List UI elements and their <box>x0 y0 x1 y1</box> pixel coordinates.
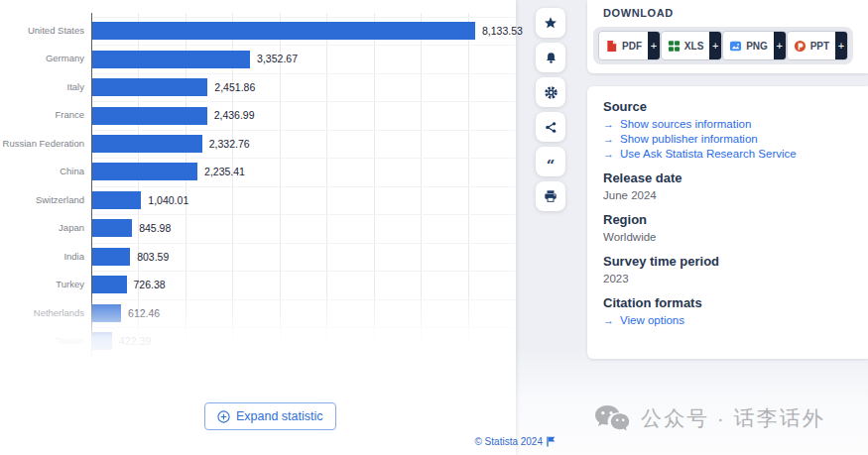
section-link[interactable]: →Use Ask Statista Research Service <box>603 148 852 160</box>
section-link[interactable]: →View options <box>603 314 852 326</box>
bar[interactable] <box>92 191 141 209</box>
ppt-file-icon <box>794 40 806 53</box>
category-label: China <box>0 158 84 185</box>
xls-file-icon <box>668 40 681 53</box>
download-buttons: PDF+XLS+PNG+PPT+ <box>593 27 853 64</box>
value-label: 845.98 <box>139 214 171 242</box>
category-label: India <box>0 243 84 271</box>
chart-row: Russian Federation2,332.76 <box>0 130 516 158</box>
copyright[interactable]: © Statista 2024 <box>395 436 556 447</box>
bar[interactable] <box>92 219 132 237</box>
section-value: Worldwide <box>603 231 852 243</box>
value-label: 3,352.67 <box>257 45 298 72</box>
bar[interactable] <box>92 248 130 266</box>
chart-row: Germany3,352.67 <box>0 45 516 72</box>
chart-row: India803.59 <box>0 243 516 271</box>
category-label: Russian Federation <box>0 130 84 158</box>
chart-fade-mask <box>0 293 516 367</box>
category-label: Japan <box>0 214 84 242</box>
bar[interactable] <box>92 135 202 153</box>
bar[interactable] <box>92 78 207 96</box>
download-card: DOWNLOAD PDF+XLS+PNG+PPT+ <box>587 0 868 73</box>
gear-icon <box>544 85 558 100</box>
download-png-plus-button[interactable]: + <box>774 32 786 59</box>
section-link-label[interactable]: View options <box>620 314 684 326</box>
download-button-main[interactable]: PPT <box>788 32 835 59</box>
bar[interactable] <box>92 22 475 40</box>
pdf-file-icon <box>605 40 618 53</box>
value-label: 1,040.01 <box>148 186 188 214</box>
category-label: France <box>0 101 84 129</box>
category-label: Switzerland <box>0 186 84 214</box>
print-button[interactable] <box>536 181 565 211</box>
download-ppt-plus-button[interactable]: + <box>835 32 847 59</box>
arrow-right-icon: → <box>603 118 614 130</box>
section-heading: Citation formats <box>603 295 852 310</box>
download-button-label: XLS <box>684 41 703 52</box>
value-label: 2,235.41 <box>204 158 245 185</box>
watermark: 公众号 · 话李话外 <box>593 403 825 433</box>
bar[interactable] <box>92 163 197 180</box>
chart-toolbar: “ <box>536 8 565 211</box>
download-button-label: PPT <box>810 41 829 52</box>
chart-row: China2,235.41 <box>0 158 516 185</box>
expand-statistic-label: Expand statistic <box>236 409 323 423</box>
section-link[interactable]: →Show publisher information <box>603 133 852 145</box>
share-button[interactable] <box>536 112 565 142</box>
section-heading: Release date <box>603 171 852 185</box>
alert-button[interactable] <box>536 43 565 72</box>
section-heading: Region <box>603 212 852 227</box>
value-label: 2,451.86 <box>214 73 255 101</box>
section-heading: Source <box>603 99 852 114</box>
arrow-right-icon: → <box>603 148 614 160</box>
value-label: 8,133.53 <box>482 17 523 45</box>
category-label: Italy <box>0 73 84 101</box>
section-link-label[interactable]: Show publisher information <box>620 133 758 145</box>
share-icon <box>545 121 558 134</box>
section-heading: Survey time period <box>603 254 852 269</box>
favorite-button[interactable] <box>536 8 565 38</box>
chart-row: Japan845.98 <box>0 214 516 242</box>
download-button-main[interactable]: PDF <box>599 32 648 59</box>
bell-icon <box>545 52 558 64</box>
download-button-main[interactable]: PNG <box>723 32 774 59</box>
bar[interactable] <box>92 276 127 293</box>
expand-statistic-button[interactable]: Expand statistic <box>204 402 336 430</box>
star-icon <box>544 16 558 30</box>
arrow-right-icon: → <box>603 314 614 326</box>
download-heading: DOWNLOAD <box>603 7 674 19</box>
wechat-icon <box>593 403 631 433</box>
download-pdf-plus-button[interactable]: + <box>648 32 660 59</box>
bar[interactable] <box>92 51 250 68</box>
watermark-text: 公众号 · 话李话外 <box>641 404 825 432</box>
section-value: June 2024 <box>603 189 852 201</box>
category-label: United States <box>0 17 84 45</box>
copyright-text: © Statista 2024 <box>474 436 543 447</box>
cite-button[interactable]: “ <box>536 147 565 176</box>
chart-row: Italy2,451.86 <box>0 73 516 101</box>
download-ppt-button[interactable]: PPT+ <box>787 31 848 60</box>
chart-row: Switzerland1,040.01 <box>0 186 516 214</box>
download-pdf-button[interactable]: PDF+ <box>598 31 661 60</box>
chart-row: France2,436.99 <box>0 101 516 129</box>
section-link-label[interactable]: Use Ask Statista Research Service <box>620 148 797 160</box>
download-xls-plus-button[interactable]: + <box>709 32 721 59</box>
circle-plus-icon <box>217 410 230 423</box>
arrow-right-icon: → <box>603 133 614 145</box>
download-button-label: PNG <box>746 41 768 52</box>
download-png-button[interactable]: PNG+ <box>722 31 786 60</box>
section-link[interactable]: →Show sources information <box>603 118 852 130</box>
details-card: Source→Show sources information→Show pub… <box>587 86 868 359</box>
value-label: 2,332.76 <box>209 130 250 158</box>
quote-icon: “ <box>547 161 556 171</box>
download-xls-button[interactable]: XLS+ <box>661 31 722 60</box>
section-link-label[interactable]: Show sources information <box>620 118 751 130</box>
value-label: 803.59 <box>137 243 169 271</box>
bar[interactable] <box>92 107 207 125</box>
download-button-label: PDF <box>622 41 642 52</box>
chart-card: United States8,133.53Germany3,352.67Ital… <box>0 0 516 455</box>
settings-button[interactable] <box>536 77 565 107</box>
png-file-icon <box>729 40 742 53</box>
download-button-main[interactable]: XLS <box>662 32 709 59</box>
flag-icon <box>547 436 556 447</box>
